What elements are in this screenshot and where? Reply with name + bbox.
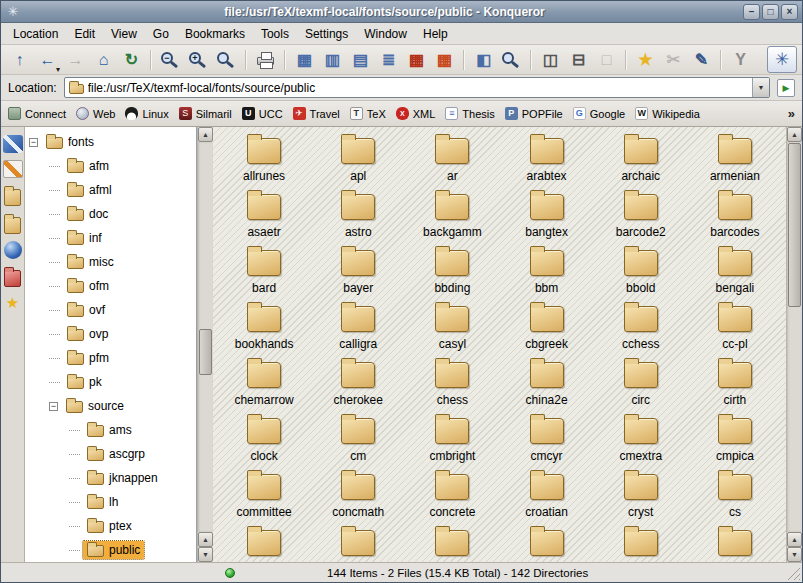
folder-partial[interactable] bbox=[688, 527, 782, 562]
tree-scroll-track[interactable] bbox=[198, 142, 213, 532]
split-view-top-bottom-icon[interactable]: ⊟ bbox=[565, 47, 592, 73]
tree-item-afml[interactable]: afml bbox=[25, 178, 196, 202]
home-icon[interactable]: ⌂ bbox=[90, 47, 117, 73]
bookmark-thesis[interactable]: ≡Thesis bbox=[445, 107, 494, 120]
folder-partial[interactable] bbox=[594, 527, 688, 562]
bookmark-connect[interactable]: Connect bbox=[8, 107, 66, 120]
folder-apl[interactable]: apl bbox=[311, 135, 405, 191]
menu-settings[interactable]: Settings bbox=[297, 25, 356, 43]
tree-scrollbar[interactable] bbox=[197, 127, 213, 562]
zoom-out-icon[interactable]: − bbox=[157, 47, 184, 73]
folder-china2e[interactable]: china2e bbox=[499, 359, 593, 415]
main-scroll-thumb[interactable] bbox=[788, 143, 801, 307]
folder-bbding[interactable]: bbding bbox=[405, 247, 499, 303]
tree-item-fonts[interactable]: −fonts bbox=[25, 130, 196, 154]
folder-croatian[interactable]: croatian bbox=[499, 471, 593, 527]
menu-edit[interactable]: Edit bbox=[66, 25, 103, 43]
close-button[interactable]: × bbox=[781, 4, 798, 20]
tree-item-ovf[interactable]: ovf bbox=[25, 298, 196, 322]
tree-item-jknappen[interactable]: jknappen bbox=[25, 466, 196, 490]
folder-circ[interactable]: circ bbox=[594, 359, 688, 415]
maximize-button[interactable]: □ bbox=[762, 4, 779, 20]
tree-item-ascgrp[interactable]: ascgrp bbox=[25, 442, 196, 466]
wand-icon[interactable]: Y bbox=[727, 47, 754, 73]
folder-allrunes[interactable]: allrunes bbox=[217, 135, 311, 191]
document-edit-icon[interactable]: ✎ bbox=[688, 47, 715, 73]
split-view-left-right-icon[interactable]: ◫ bbox=[537, 47, 564, 73]
bookmark-wikipedia[interactable]: WWikipedia bbox=[635, 107, 700, 120]
scroll-up-icon[interactable] bbox=[787, 127, 802, 142]
tree-item-inf[interactable]: inf bbox=[25, 226, 196, 250]
wrench-icon[interactable] bbox=[3, 135, 23, 153]
bookmark-google[interactable]: GGoogle bbox=[573, 107, 625, 120]
location-input[interactable] bbox=[84, 81, 752, 95]
tree-item-pk[interactable]: pk bbox=[25, 370, 196, 394]
pencil-icon[interactable] bbox=[3, 160, 23, 178]
folder-armenian[interactable]: armenian bbox=[688, 135, 782, 191]
folder-cmcyr[interactable]: cmcyr bbox=[499, 415, 593, 471]
folder-backgamm[interactable]: backgamm bbox=[405, 191, 499, 247]
tree-item-pfm[interactable]: pfm bbox=[25, 346, 196, 370]
tree-item-ams[interactable]: ams bbox=[25, 418, 196, 442]
navigation-panel-icon[interactable]: ◧ bbox=[470, 47, 497, 73]
bookmark-overflow-icon[interactable]: » bbox=[788, 106, 795, 121]
bookmark-xml[interactable]: XXML bbox=[396, 107, 436, 120]
tree-item-public[interactable]: public bbox=[25, 538, 196, 562]
folder-arabtex[interactable]: arabtex bbox=[499, 135, 593, 191]
folder-bbold[interactable]: bbold bbox=[594, 247, 688, 303]
bookmark-tex[interactable]: TTeX bbox=[350, 107, 386, 120]
folder-calligra[interactable]: calligra bbox=[311, 303, 405, 359]
menu-tools[interactable]: Tools bbox=[253, 25, 297, 43]
folder-cmpica[interactable]: cmpica bbox=[688, 415, 782, 471]
menu-bookmarks[interactable]: Bookmarks bbox=[177, 25, 253, 43]
scroll-up-icon[interactable] bbox=[787, 532, 802, 547]
tree-item-ptex[interactable]: ptex bbox=[25, 514, 196, 538]
folder-partial[interactable] bbox=[311, 527, 405, 562]
folder-partial[interactable] bbox=[217, 527, 311, 562]
tree-item-misc[interactable]: misc bbox=[25, 250, 196, 274]
tree-item-ovp[interactable]: ovp bbox=[25, 322, 196, 346]
scroll-up-icon[interactable] bbox=[198, 127, 213, 142]
folder-cryst[interactable]: cryst bbox=[594, 471, 688, 527]
resize-grip[interactable] bbox=[786, 566, 800, 580]
folder-bbm[interactable]: bbm bbox=[499, 247, 593, 303]
folder-cchess[interactable]: cchess bbox=[594, 303, 688, 359]
icon-view-icon[interactable]: ▦ bbox=[291, 47, 318, 73]
bookmark-star-icon[interactable]: ★ bbox=[632, 47, 659, 73]
minimize-button[interactable]: – bbox=[743, 4, 760, 20]
menu-view[interactable]: View bbox=[103, 25, 145, 43]
tree-collapse-icon[interactable]: − bbox=[49, 402, 58, 411]
red-folder-icon[interactable] bbox=[4, 270, 21, 287]
scroll-up-icon[interactable] bbox=[198, 532, 213, 547]
bookmark-silmaril[interactable]: SSilmaril bbox=[179, 107, 232, 120]
menu-help[interactable]: Help bbox=[415, 25, 456, 43]
folder-cs[interactable]: cs bbox=[688, 471, 782, 527]
tree-item-source[interactable]: −source bbox=[25, 394, 196, 418]
tree-item-lh[interactable]: lh bbox=[25, 490, 196, 514]
folder-cherokee[interactable]: cherokee bbox=[311, 359, 405, 415]
scroll-down-icon[interactable] bbox=[787, 547, 802, 562]
tree-scroll-thumb[interactable] bbox=[199, 329, 212, 375]
folder-cc-pl[interactable]: cc-pl bbox=[688, 303, 782, 359]
folder-cmextra[interactable]: cmextra bbox=[594, 415, 688, 471]
red-bricks-alt-icon[interactable]: ▦ bbox=[431, 47, 458, 73]
folder-cbgreek[interactable]: cbgreek bbox=[499, 303, 593, 359]
menu-window[interactable]: Window bbox=[356, 25, 415, 43]
zoom-in-icon[interactable]: + bbox=[185, 47, 212, 73]
multicolumn-view-icon[interactable]: ▥ bbox=[319, 47, 346, 73]
folder-partial[interactable] bbox=[405, 527, 499, 562]
folder-concrete[interactable]: concrete bbox=[405, 471, 499, 527]
folder-cmbright[interactable]: cmbright bbox=[405, 415, 499, 471]
list-view-icon[interactable]: ▤ bbox=[347, 47, 374, 73]
folder-bengali[interactable]: bengali bbox=[688, 247, 782, 303]
folder-astro[interactable]: astro bbox=[311, 191, 405, 247]
titlebar[interactable]: file:/usr/TeX/texmf-local/fonts/source/p… bbox=[1, 1, 802, 23]
tree-item-ofm[interactable]: ofm bbox=[25, 274, 196, 298]
folder-barcode2[interactable]: barcode2 bbox=[594, 191, 688, 247]
bookmark-popfile[interactable]: PPOPFile bbox=[505, 107, 563, 120]
star-icon[interactable] bbox=[3, 294, 23, 312]
tree-item-afm[interactable]: afm bbox=[25, 154, 196, 178]
location-dropdown-icon[interactable] bbox=[752, 78, 769, 97]
find-file-icon[interactable] bbox=[498, 47, 525, 73]
bookmark-web[interactable]: Web bbox=[76, 107, 115, 120]
